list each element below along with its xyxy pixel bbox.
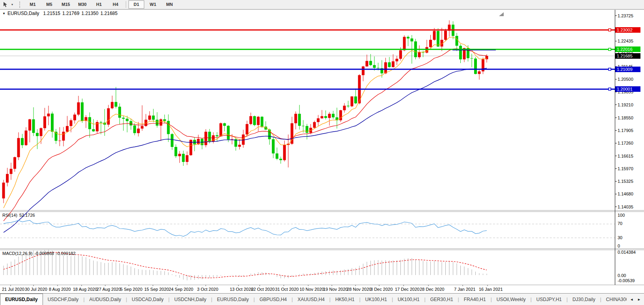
price-tick-label: 1.16615 (618, 153, 644, 159)
date-label: 18 Aug 2020 (73, 287, 97, 292)
timeframe-button-h4[interactable]: H4 (108, 0, 123, 9)
rsi-axis-label: 100 (618, 213, 641, 218)
rsi-label: RSI(14)52.1726 (2, 213, 35, 218)
tab-scroll-right-icon[interactable]: ► (637, 298, 641, 301)
price-tick-label: 1.20500 (618, 76, 644, 82)
cursor-arrow-icon (2, 2, 9, 8)
price-tick-label: 1.14680 (618, 191, 644, 197)
date-label: 10 Nov 2020 (300, 287, 324, 292)
date-label: 27 Aug 2020 (97, 287, 121, 292)
tab-audusd-daily-2[interactable]: AUDUSD,Daily (85, 294, 126, 305)
rsi-value: 52.1726 (19, 213, 35, 218)
hline-price-label: 1.20001 (615, 86, 640, 92)
date-label: 8 Dec 2020 (370, 287, 393, 292)
macd-indicator-name: MACD(12,26,9) (2, 251, 32, 256)
rsi-axis-label: 30 (618, 235, 641, 240)
timeframe-button-m5[interactable]: M5 (41, 0, 57, 9)
rsi-indicator-name: RSI(14) (2, 213, 17, 218)
timeframe-button-mn[interactable]: MN (162, 0, 177, 9)
tab-xauusd-h4-7[interactable]: XAUUSD,H4 (293, 294, 329, 305)
current-price-label: 1.21685 (615, 53, 640, 59)
timeframe-button-m30[interactable]: M30 (74, 0, 90, 9)
macd-axis-max: 0.014384 (618, 250, 641, 255)
date-label: 30 Jul 2020 (25, 287, 47, 292)
price-tick-label: 1.15970 (618, 166, 644, 171)
macd-axis-min: -0.00539 (618, 278, 641, 283)
timeframe-button-m15[interactable]: M15 (58, 0, 74, 9)
tab-eurusd-daily-5[interactable]: EURUSD,Daily (212, 294, 254, 305)
price-tick-label: 1.19210 (618, 102, 644, 108)
chart-symbol-label: EURUSD,Daily (7, 11, 39, 16)
date-label: 24 Sep 2020 (169, 287, 193, 292)
date-label: 3 Oct 2020 (197, 287, 218, 292)
tab-usdchf-daily-1[interactable]: USDCHF,Daily (43, 294, 84, 305)
tab-gbpusd-h4-6[interactable]: GBPUSD,H4 (255, 294, 291, 305)
date-label: 31 Oct 2020 (275, 287, 299, 292)
date-label: 28 Dec 2020 (420, 287, 444, 292)
chart-canvas[interactable] (0, 9, 644, 286)
tab-scroll-arrows: ◄ ► (627, 294, 644, 305)
price-tick-label: 1.23725 (618, 13, 644, 19)
ohlc-close: 1.21685 (101, 11, 117, 16)
date-label: 17 Dec 2020 (395, 287, 419, 292)
ohlc-low: 1.21350 (81, 11, 98, 16)
date-label: 7 Jan 2021 (454, 287, 475, 292)
ohlc-high: 1.21769 (62, 11, 79, 16)
timeframe-button-m1[interactable]: M1 (25, 0, 41, 9)
macd-axis-zero: 0.00 (618, 273, 641, 278)
price-tick-label: 1.14035 (618, 204, 644, 210)
tab-hk50-h1-8[interactable]: HK50,H1 (331, 294, 359, 305)
tab-usdjpy-h1-14[interactable]: USDJPY,H1 (532, 294, 566, 305)
timeframe-button-h1[interactable]: H1 (91, 0, 107, 9)
symbol-tabbar: EURUSD,Daily USDCHF,Daily|AUDUSD,Daily|U… (0, 293, 644, 305)
date-label: 15 Sep 2020 (144, 287, 169, 292)
chevron-down-icon[interactable]: ▼ (10, 3, 15, 6)
toolbar-separator (126, 1, 126, 8)
date-label: 13 Oct 2020 (230, 287, 253, 292)
mt4-app: ▼ M1M5M15M30H1H4D1W1MN ▼EURUSD,Daily1.21… (0, 0, 644, 305)
date-label: 28 Nov 2020 (347, 287, 371, 292)
hline-price-label: 1.21009 (615, 67, 640, 72)
tab-fra40-h1-12[interactable]: FRA40,H1 (459, 294, 491, 305)
tab-usdcad-daily-3[interactable]: USDCAD,Daily (127, 294, 168, 305)
date-label: 16 Jan 2021 (479, 287, 503, 292)
rsi-axis-label: 70 (618, 221, 641, 226)
date-label: 19 Nov 2020 (323, 287, 348, 292)
macd-main-value: -0.000868 (34, 251, 54, 256)
chart-title: ▼EURUSD,Daily1.215151.217691.213501.2168… (2, 11, 119, 16)
tab-uk100-h1-10[interactable]: UK100,H1 (393, 294, 424, 305)
ohlc-open: 1.21515 (43, 11, 60, 16)
timeframe-button-w1[interactable]: W1 (145, 0, 161, 9)
price-tick-label: 1.15325 (618, 179, 644, 184)
tab-usoil-weekly-13[interactable]: USOil,Weekly (492, 294, 530, 305)
collapse-triangle-icon[interactable]: ▼ (2, 12, 6, 15)
price-tick-label: 1.17905 (618, 128, 644, 133)
tab-eurusd-daily-0[interactable]: EURUSD,Daily (0, 294, 43, 305)
price-tick-label: 1.17260 (618, 140, 644, 146)
symbol-tabs: EURUSD,Daily USDCHF,Daily|AUDUSD,Daily|U… (0, 294, 627, 305)
timeframe-buttons: M1M5M15M30H1H4D1W1MN (24, 0, 178, 9)
crosshair-cursor-icon[interactable] (1, 1, 10, 8)
hline-price-label: 1.22016 (615, 46, 640, 52)
tab-ger30-h1-11[interactable]: GER30,H1 (426, 294, 458, 305)
macd-signal-value: -0.000182 (56, 251, 76, 256)
tab-uk100-h1-9[interactable]: UK100,H1 (361, 294, 392, 305)
tab-usdcnh-daily-4[interactable]: USDCNH,Daily (169, 294, 211, 305)
timeframe-toolbar: ▼ M1M5M15M30H1H4D1W1MN (0, 0, 644, 9)
tab-china300-h1-16[interactable]: CHINA300,H1 (601, 294, 627, 305)
price-tick-label: 1.22435 (618, 38, 644, 44)
rsi-axis-label: 0 (618, 244, 641, 248)
hline-price-label: 1.23002 (615, 27, 640, 33)
date-label: 21 Jul 2020 (2, 287, 24, 292)
toolbar-grip (19, 2, 21, 8)
date-label: 5 Sep 2020 (120, 287, 142, 292)
date-label: 8 Aug 2020 (49, 287, 71, 292)
macd-label: MACD(12,26,9)-0.000868-0.000182 (2, 251, 76, 256)
price-tick-label: 1.18550 (618, 115, 644, 121)
tab-dj30-daily-15[interactable]: DJ30,Daily (568, 294, 600, 305)
tab-scroll-left-icon[interactable]: ◄ (630, 298, 633, 301)
chart-background (0, 9, 644, 286)
timeframe-button-d1[interactable]: D1 (128, 0, 144, 9)
date-label: 22 Oct 2020 (251, 287, 275, 292)
